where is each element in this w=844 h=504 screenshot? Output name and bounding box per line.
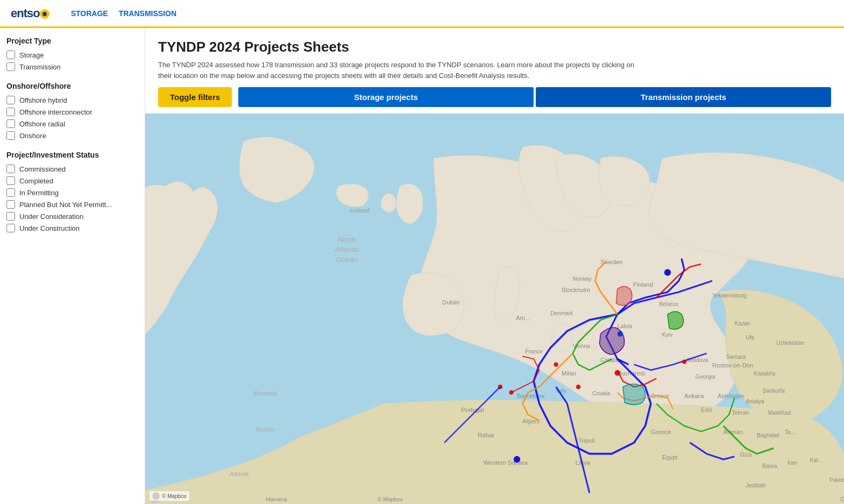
svg-text:Tripoli: Tripoli [578, 437, 595, 444]
svg-text:Western Sahara: Western Sahara [484, 459, 528, 466]
checkbox-storage[interactable] [6, 51, 15, 59]
svg-point-64 [664, 269, 671, 275]
svg-text:Atlanta: Atlanta [229, 471, 249, 477]
checkbox-planned[interactable] [6, 200, 15, 209]
svg-text:Denmark: Denmark [550, 310, 573, 316]
svg-text:France: France [526, 349, 543, 354]
svg-text:© Mapbox: © Mapbox [378, 496, 403, 502]
svg-text:Basra: Basra [762, 463, 777, 469]
storage-projects-button[interactable]: Storage projects [238, 87, 534, 107]
layout: Project Type Storage Transmission Onshor… [0, 28, 844, 504]
filter-commissioned[interactable]: Commissioned [6, 165, 138, 173]
top-bar: entso STORAGE TRANSMISSION [0, 0, 844, 28]
svg-text:Ankara: Ankara [684, 393, 704, 399]
filter-in-permitting[interactable]: In Permitting [6, 188, 138, 197]
svg-text:Yekaterinburg: Yekaterinburg [712, 293, 747, 299]
svg-text:Şanlıurfa: Şanlıurfa [762, 388, 785, 394]
label-planned: Planned But Not Yet Permitt... [19, 201, 112, 209]
svg-text:Kazakhs: Kazakhs [754, 371, 776, 377]
svg-text:Jeddah: Jeddah [746, 482, 765, 488]
page-description: The TYNDP 2024 assessed how 178 transmis… [158, 60, 642, 81]
filter-offshore-hybrid[interactable]: Offshore hybrid [6, 96, 138, 104]
checkbox-under-construction[interactable] [6, 224, 15, 232]
transmission-projects-button[interactable]: Transmission projects [536, 87, 831, 107]
filter-offshore-radial[interactable]: Offshore radial [6, 119, 138, 128]
svg-text:Atlantic: Atlantic [335, 245, 359, 253]
label-transmission: Transmission [19, 63, 61, 71]
filter-storage[interactable]: Storage [6, 51, 138, 59]
svg-point-72 [682, 359, 686, 364]
logo-text: entso [11, 6, 40, 20]
svg-text:Greece: Greece [651, 429, 671, 435]
logo-icon [40, 9, 49, 19]
filter-planned[interactable]: Planned But Not Yet Permitt... [6, 200, 138, 209]
checkbox-offshore-hybrid[interactable] [6, 96, 15, 104]
checkbox-onshore[interactable] [6, 131, 15, 140]
onshore-offshore-group: Onshore/Offshore Offshore hybrid Offshor… [6, 82, 138, 140]
toolbar: Toggle filters Storage projects Transmis… [145, 87, 844, 113]
mapbox-circle-icon [152, 492, 160, 500]
svg-text:Dublin: Dublin [442, 299, 459, 306]
label-in-permitting: In Permitting [19, 189, 59, 197]
toggle-filters-button[interactable]: Toggle filters [158, 87, 232, 107]
svg-text:Giza: Giza [740, 452, 752, 458]
label-commissioned: Commissioned [19, 165, 66, 173]
filter-offshore-interconnector[interactable]: Offshore interconnector [6, 108, 138, 116]
svg-point-71 [554, 363, 558, 367]
main-panel: TYNDP 2024 Projects Sheets The TYNDP 202… [145, 28, 844, 504]
svg-text:Milan: Milan [562, 370, 576, 377]
page-title: TYNDP 2024 Projects Sheets [158, 39, 831, 55]
checkbox-offshore-interconnector[interactable] [6, 108, 15, 116]
map-container[interactable]: North Atlantic Ocean Montreal Boston Atl… [145, 113, 844, 504]
svg-text:Belarus: Belarus [659, 301, 678, 307]
svg-text:Pakist: Pakist [829, 477, 844, 483]
svg-text:Boston: Boston [256, 426, 275, 432]
checkbox-offshore-radial[interactable] [6, 119, 15, 128]
svg-text:Ocean: Ocean [336, 255, 358, 264]
svg-text:Stockholm: Stockholm [562, 287, 590, 293]
mapbox-attribution: © Mapbox [150, 491, 189, 501]
label-under-construction: Under Construction [19, 224, 80, 232]
filter-under-consideration[interactable]: Under Consideration [6, 212, 138, 221]
nav-transmission[interactable]: TRANSMISSION [119, 9, 176, 18]
mapbox-label: © Mapbox [162, 493, 187, 499]
svg-text:Kal...: Kal... [810, 457, 822, 463]
svg-point-66 [618, 331, 623, 336]
svg-text:Rostov-on-Don: Rostov-on-Don [712, 362, 754, 368]
svg-text:Finland: Finland [633, 281, 653, 288]
checkbox-under-consideration[interactable] [6, 212, 15, 221]
nav: STORAGE TRANSMISSION [71, 9, 176, 18]
svg-text:Tehran: Tehran [732, 410, 749, 416]
status-title: Project/Investment Status [6, 151, 138, 159]
label-storage: Storage [19, 51, 44, 59]
content-header: TYNDP 2024 Projects Sheets The TYNDP 202… [145, 28, 844, 87]
svg-text:Georgia: Georgia [696, 374, 715, 380]
project-type-group: Project Type Storage Transmission [6, 37, 138, 71]
filter-completed[interactable]: Completed [6, 176, 138, 185]
label-offshore-interconnector: Offshore interconnector [19, 108, 93, 116]
svg-text:Croatia: Croatia [592, 391, 611, 396]
filter-under-construction[interactable]: Under Construction [6, 224, 138, 232]
svg-text:Egypt: Egypt [662, 454, 678, 460]
svg-text:Norway: Norway [573, 276, 592, 282]
checkbox-in-permitting[interactable] [6, 188, 15, 197]
checkbox-completed[interactable] [6, 176, 15, 185]
onshore-offshore-title: Onshore/Offshore [6, 82, 138, 90]
svg-text:Azerbaijan: Azerbaijan [718, 393, 744, 399]
checkbox-transmission[interactable] [6, 62, 15, 71]
filter-transmission[interactable]: Transmission [6, 62, 138, 71]
svg-text:Oman: Oman [841, 496, 844, 502]
svg-point-68 [576, 385, 580, 389]
map-svg: North Atlantic Ocean Montreal Boston Atl… [145, 113, 844, 504]
svg-text:Am...: Am... [516, 315, 530, 321]
svg-text:Rabat: Rabat [478, 432, 494, 438]
svg-text:Havana: Havana [266, 496, 287, 502]
svg-text:Moldova: Moldova [687, 357, 708, 363]
label-completed: Completed [19, 177, 53, 185]
svg-text:Kyiv: Kyiv [662, 332, 673, 338]
nav-storage[interactable]: STORAGE [71, 9, 108, 18]
filter-onshore[interactable]: Onshore [6, 131, 138, 140]
checkbox-commissioned[interactable] [6, 165, 15, 173]
svg-text:Mashhad: Mashhad [768, 410, 791, 416]
svg-text:Barcelona: Barcelona [517, 393, 545, 399]
